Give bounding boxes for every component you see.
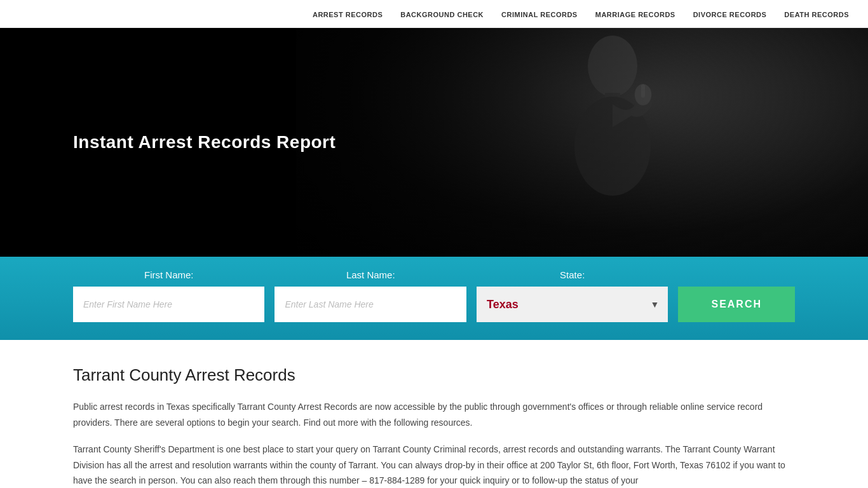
search-button[interactable]: SEARCH — [678, 287, 795, 322]
state-select[interactable]: AlabamaAlaskaArizonaArkansasCaliforniaCo… — [477, 287, 668, 322]
content-paragraph-2: Tarrant County Sheriff's Department is o… — [73, 442, 795, 488]
nav-link-divorce-records[interactable]: DIVORCE RECORDS — [693, 11, 767, 18]
hero-content: Instant Arrest Records Report — [0, 132, 336, 152]
last-name-label: Last Name: — [275, 269, 466, 280]
hero-section: Instant Arrest Records Report — [0, 28, 868, 257]
first-name-field: First Name: — [73, 269, 264, 322]
nav-link-criminal-records[interactable]: CRIMINAL RECORDS — [501, 11, 578, 18]
nav-link-death-records[interactable]: DEATH RECORDS — [784, 11, 849, 18]
first-name-input[interactable] — [73, 287, 264, 322]
search-bar: First Name: Last Name: State: AlabamaAla… — [0, 257, 868, 340]
state-field: State: AlabamaAlaskaArizonaArkansasCalif… — [477, 269, 668, 322]
content-paragraph-1: Public arrest records in Texas specifica… — [73, 399, 795, 430]
nav-link-background-check[interactable]: BACKGROUND CHECK — [400, 11, 484, 18]
last-name-field: Last Name: — [275, 269, 466, 322]
main-navigation: ARREST RECORDSBACKGROUND CHECKCRIMINAL R… — [0, 0, 868, 28]
nav-link-arrest-records[interactable]: ARREST RECORDS — [313, 11, 383, 18]
last-name-input[interactable] — [275, 287, 466, 322]
state-select-wrapper: AlabamaAlaskaArizonaArkansasCaliforniaCo… — [477, 287, 668, 322]
nav-link-marriage-records[interactable]: MARRIAGE RECORDS — [595, 11, 675, 18]
state-label: State: — [477, 269, 668, 280]
first-name-label: First Name: — [73, 269, 264, 280]
content-section: Tarrant County Arrest Records Public arr… — [0, 340, 868, 488]
nav-links-container: ARREST RECORDSBACKGROUND CHECKCRIMINAL R… — [295, 8, 849, 20]
hero-title: Instant Arrest Records Report — [73, 132, 336, 152]
content-heading: Tarrant County Arrest Records — [73, 365, 795, 385]
